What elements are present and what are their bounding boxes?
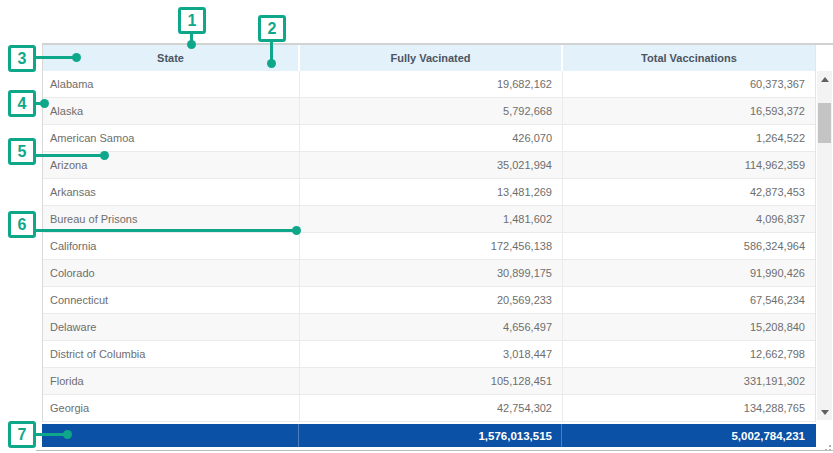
fully-vaccinated-cell: 42,754,302 (300, 395, 563, 421)
callout-3-line (35, 56, 77, 59)
table-row[interactable]: Alaska 5,792,668 16,593,372 (43, 98, 815, 125)
fully-vaccinated-cell: 13,481,269 (300, 179, 563, 205)
fully-vaccinated-cell: 19,682,162 (300, 71, 563, 97)
fully-vaccinated-cell: 426,070 (300, 125, 563, 151)
fully-vaccinated-cell: 5,792,668 (300, 98, 563, 124)
state-cell: Colorado (43, 260, 300, 286)
callout-6-dot (292, 226, 301, 235)
total-vaccinations-cell: 91,990,426 (563, 260, 815, 286)
annotated-list-table-screenshot: State Fully Vacinated Total Vaccinations… (0, 0, 833, 453)
totals-state-cell (42, 424, 299, 447)
table-row[interactable]: Connecticut 20,569,233 67,546,234 (43, 287, 815, 314)
total-vaccinations-cell: 134,288,765 (563, 395, 815, 421)
total-vaccinations-cell: 60,373,367 (563, 71, 815, 97)
table-row[interactable]: District of Columbia 3,018,447 12,662,79… (43, 341, 815, 368)
fully-vaccinated-cell: 1,481,602 (300, 206, 563, 232)
table-row[interactable]: Alabama 19,682,162 60,373,367 (43, 71, 815, 98)
table-body: Alabama 19,682,162 60,373,367 Alaska 5,7… (42, 71, 816, 422)
table-row[interactable]: Colorado 30,899,175 91,990,426 (43, 260, 815, 287)
fully-vaccinated-cell: 172,456,138 (300, 233, 563, 259)
scrollbar-thumb[interactable] (818, 103, 831, 143)
table-totals-row: 1,576,013,515 5,002,784,231 (42, 424, 816, 447)
fully-vaccinated-cell: 105,128,451 (300, 368, 563, 394)
total-vaccinations-cell: 67,546,234 (563, 287, 815, 313)
callout-4-box: 4 (8, 90, 36, 117)
total-vaccinations-cell: 12,662,798 (563, 341, 815, 367)
state-cell: American Samoa (43, 125, 300, 151)
callout-4-dot (40, 99, 49, 108)
table-row[interactable]: California 172,456,138 586,324,964 (43, 233, 815, 260)
callout-6-number: 6 (18, 216, 27, 234)
state-cell: Georgia (43, 395, 300, 421)
fully-vaccinated-cell: 3,018,447 (300, 341, 563, 367)
table-row[interactable]: Arizona 35,021,994 114,962,359 (43, 152, 815, 179)
scroll-up-button[interactable] (817, 71, 832, 87)
callout-3-dot (72, 53, 81, 62)
table-row[interactable]: Arkansas 13,481,269 42,873,453 (43, 179, 815, 206)
callout-2-number: 2 (268, 20, 277, 38)
totals-total-vaccinations: 5,002,784,231 (562, 424, 814, 447)
callout-5-line (35, 154, 105, 157)
state-cell: Delaware (43, 314, 300, 340)
table-row[interactable]: American Samoa 426,070 1,264,522 (43, 125, 815, 152)
state-cell: California (43, 233, 300, 259)
table-row[interactable]: Florida 105,128,451 331,191,302 (43, 368, 815, 395)
callout-7-number: 7 (18, 426, 27, 444)
callout-5-box: 5 (8, 138, 36, 165)
total-vaccinations-cell: 114,962,359 (563, 152, 815, 178)
callout-7-box: 7 (8, 421, 36, 448)
fully-vaccinated-cell: 30,899,175 (300, 260, 563, 286)
window-bottom-border (36, 450, 833, 451)
chevron-down-icon (821, 410, 829, 415)
callout-2-dot (267, 59, 276, 68)
chevron-up-icon (821, 77, 829, 82)
callout-7-dot (63, 430, 72, 439)
callout-1-dot (187, 40, 196, 49)
callout-3-box: 3 (8, 45, 36, 72)
state-cell: Florida (43, 368, 300, 394)
table-row[interactable]: Georgia 42,754,302 134,288,765 (43, 395, 815, 422)
table-row[interactable]: Delaware 4,656,497 15,208,840 (43, 314, 815, 341)
totals-fully-vaccinated: 1,576,013,515 (299, 424, 562, 447)
fully-vaccinated-cell: 20,569,233 (300, 287, 563, 313)
callout-2-box: 2 (258, 15, 286, 42)
total-vaccinations-cell: 586,324,964 (563, 233, 815, 259)
callout-5-dot (100, 151, 109, 160)
scroll-down-button[interactable] (817, 404, 832, 420)
state-cell: Alaska (43, 98, 300, 124)
state-cell: District of Columbia (43, 341, 300, 367)
callout-6-line (35, 229, 297, 232)
total-vaccinations-cell: 4,096,837 (563, 206, 815, 232)
column-header-fully-vaccinated[interactable]: Fully Vacinated (300, 45, 563, 71)
fully-vaccinated-cell: 35,021,994 (300, 152, 563, 178)
state-cell: Arkansas (43, 179, 300, 205)
state-cell: Connecticut (43, 287, 300, 313)
state-cell: Alabama (43, 71, 300, 97)
fully-vaccinated-cell: 4,656,497 (300, 314, 563, 340)
total-vaccinations-cell: 1,264,522 (563, 125, 815, 151)
callout-5-number: 5 (18, 143, 27, 161)
total-vaccinations-cell: 331,191,302 (563, 368, 815, 394)
total-vaccinations-cell: 15,208,840 (563, 314, 815, 340)
table-header-row: State Fully Vacinated Total Vaccinations (42, 45, 816, 71)
callout-1-box: 1 (178, 7, 206, 34)
total-vaccinations-cell: 42,873,453 (563, 179, 815, 205)
vertical-scrollbar[interactable] (817, 71, 832, 420)
callout-4-number: 4 (18, 95, 27, 113)
column-header-total-vaccinations[interactable]: Total Vaccinations (563, 45, 815, 71)
column-header-state[interactable]: State (43, 45, 300, 71)
callout-3-number: 3 (18, 50, 27, 68)
callout-1-number: 1 (188, 12, 197, 30)
callout-6-box: 6 (8, 211, 36, 238)
total-vaccinations-cell: 16,593,372 (563, 98, 815, 124)
